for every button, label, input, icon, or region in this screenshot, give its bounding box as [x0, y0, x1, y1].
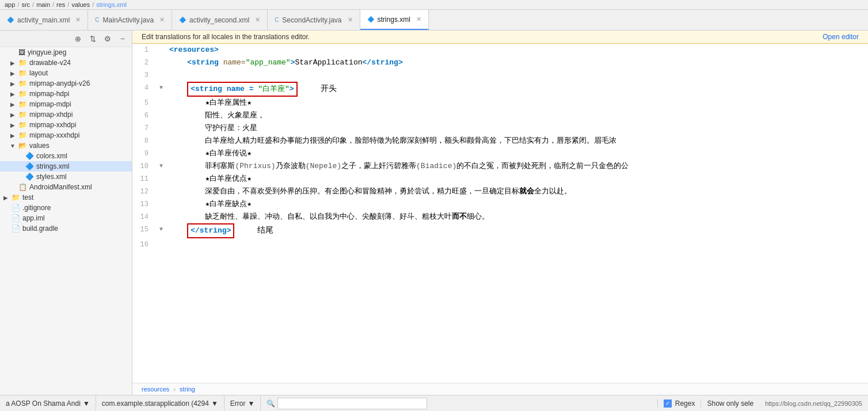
sidebar-item-build-gradle[interactable]: 📄 build.gradle — [0, 223, 132, 234]
status-package-segment[interactable]: com.example.starapplication (4294 ▼ — [96, 395, 224, 411]
sidebar-item-label: build.gradle — [22, 224, 58, 233]
collapse-icon[interactable]: − — [117, 33, 128, 44]
sidebar-item-mipmap-xhdpi[interactable]: ▶ 📁 mipmap-xhdpi — [0, 109, 132, 120]
tab-label: activity_main.xml — [17, 16, 70, 24]
code-editor[interactable]: 1 <resources> 2 <string name="app_name">… — [132, 44, 868, 383]
tab-label: SecondActivity.java — [282, 16, 341, 24]
tab-secondactivity-java[interactable]: C SecondActivity.java ✕ — [268, 10, 360, 30]
sidebar-item-layout[interactable]: ▶ 📁 layout — [0, 68, 132, 78]
sidebar-item-values[interactable]: ▼ 📂 values — [0, 140, 132, 151]
sidebar-item-label: mipmap-hdpi — [29, 90, 69, 98]
arrow-icon: ▶ — [9, 132, 16, 139]
line-number: 3 — [132, 69, 155, 82]
regex-checkbox[interactable]: ✓ — [664, 399, 672, 408]
tab-label: MainActivity.java — [103, 16, 154, 24]
line-number: 12 — [132, 185, 155, 198]
sidebar: ⊕ ⇅ ⚙ − 🖼 yingyue.jpeg ▶ 📁 drawable-v24 … — [0, 31, 132, 395]
path-app[interactable]: app — [5, 1, 15, 8]
arrow-icon: ▼ — [9, 143, 16, 149]
line-content: 缺乏耐性、暴躁、冲动、自私、以自我为中心、尖酸刻薄、好斗、粗枝大叶而不细心。 — [167, 211, 868, 223]
sync-icon[interactable]: ⇅ — [87, 33, 98, 44]
code-line-11: 11 ★白羊座优点★ — [132, 173, 868, 185]
tab-mainactivity-java[interactable]: C MainActivity.java ✕ — [88, 10, 172, 30]
sidebar-item-label: drawable-v24 — [29, 59, 71, 67]
line-content: ★白羊座传说★ — [167, 147, 868, 160]
editor-area: Edit translations for all locales in the… — [132, 31, 868, 395]
tab-close-icon[interactable]: ✕ — [159, 16, 165, 24]
breadcrumb-string[interactable]: string — [180, 386, 195, 393]
breadcrumb-resources[interactable]: resources — [142, 386, 169, 393]
line-gutter: ▼ — [155, 160, 167, 173]
tab-close-icon[interactable]: ✕ — [75, 16, 81, 24]
sidebar-item-label: mipmap-xxxhdpi — [29, 131, 79, 139]
sidebar-item-yingyue[interactable]: 🖼 yingyue.jpeg — [0, 47, 132, 58]
tab-strings-xml[interactable]: 🔷 strings.xml ✕ — [360, 10, 429, 30]
line-number: 6 — [132, 109, 155, 122]
line-content — [167, 69, 868, 82]
search-input[interactable] — [277, 398, 427, 409]
sidebar-item-gitignore[interactable]: 📄 .gitignore — [0, 203, 132, 213]
sidebar-item-strings-xml[interactable]: 🔷 strings.xml — [0, 161, 132, 172]
code-line-3: 3 — [132, 69, 868, 82]
sidebar-item-styles-xml[interactable]: 🔷 styles.xml — [0, 172, 132, 182]
sidebar-item-label: strings.xml — [36, 162, 69, 170]
sidebar-item-mipmap-xxxhdpi[interactable]: ▶ 📁 mipmap-xxxhdpi — [0, 130, 132, 140]
path-values[interactable]: values — [71, 1, 90, 8]
folder-icon: 📁 — [18, 131, 27, 139]
show-only-selected-button[interactable]: Show only sele — [701, 399, 759, 408]
sidebar-item-test[interactable]: ▶ 📁 test — [0, 192, 132, 203]
tab-label: activity_second.xml — [189, 16, 249, 24]
xml-icon: 🔷 — [7, 17, 14, 23]
java-icon: C — [275, 17, 279, 23]
sidebar-item-mipmap-hdpi[interactable]: ▶ 📁 mipmap-hdpi — [0, 89, 132, 99]
sidebar-item-mipmap-xxhdpi[interactable]: ▶ 📁 mipmap-xxhdpi — [0, 120, 132, 130]
sidebar-item-androidmanifest[interactable]: 📋 AndroidManifest.xml — [0, 182, 132, 192]
tab-close-icon[interactable]: ✕ — [255, 16, 260, 24]
tab-activity-main-xml[interactable]: 🔷 activity_main.xml ✕ — [0, 10, 88, 30]
line-number: 1 — [132, 44, 155, 56]
path-strings-xml[interactable]: strings.xml — [96, 1, 127, 8]
arrow-icon: ▶ — [9, 122, 16, 128]
sidebar-item-mipmap-mdpi[interactable]: ▶ 📁 mipmap-mdpi — [0, 99, 132, 109]
line-content: ★白羊座缺点★ — [167, 198, 868, 211]
red-box-tag-close: </string> — [187, 223, 234, 238]
status-device-segment[interactable]: a AOSP On Shama Andi ▼ — [0, 395, 96, 411]
line-content: <resources> — [167, 44, 868, 56]
folder-icon: 📁 — [18, 90, 27, 98]
code-line-2: 2 <string name="app_name">StarApplicatio… — [132, 56, 868, 69]
sidebar-item-drawable-v24[interactable]: ▶ 📁 drawable-v24 — [0, 58, 132, 68]
tab-close-icon[interactable]: ✕ — [416, 16, 421, 23]
sidebar-item-label: yingyue.jpeg — [28, 48, 66, 56]
settings-icon[interactable]: ⚙ — [102, 33, 113, 44]
sidebar-item-label: mipmap-anydpi-v26 — [29, 79, 90, 87]
line-content: <string name = "白羊座">开头 — [167, 82, 868, 97]
sidebar-item-app-iml[interactable]: 📄 app.iml — [0, 213, 132, 223]
folder-icon: 📁 — [18, 111, 27, 119]
code-line-4: 4 ▼ <string name = "白羊座">开头 — [132, 82, 868, 97]
arrow-icon: ▶ — [9, 91, 16, 97]
path-main[interactable]: main — [36, 1, 50, 8]
line-content — [167, 238, 868, 251]
breadcrumb-sep: › — [173, 386, 177, 393]
main-layout: ⊕ ⇅ ⚙ − 🖼 yingyue.jpeg ▶ 📁 drawable-v24 … — [0, 31, 868, 395]
add-icon[interactable]: ⊕ — [72, 33, 83, 44]
code-line-6: 6 阳性、火象星座， — [132, 109, 868, 122]
path-src[interactable]: src — [21, 1, 30, 8]
line-number: 16 — [132, 238, 155, 251]
tab-activity-second-xml[interactable]: 🔷 activity_second.xml ✕ — [172, 10, 268, 30]
open-editor-link[interactable]: Open editor — [823, 33, 859, 41]
sidebar-item-colors-xml[interactable]: 🔷 colors.xml — [0, 151, 132, 161]
path-res[interactable]: res — [56, 1, 65, 8]
code-line-7: 7 守护行星：火星 — [132, 122, 868, 135]
xml-icon: 🔷 — [179, 17, 186, 23]
file-icon: 📄 — [12, 214, 20, 222]
line-number: 4 — [132, 82, 155, 94]
sidebar-item-mipmap-anydpi-v26[interactable]: ▶ 📁 mipmap-anydpi-v26 — [0, 78, 132, 89]
sidebar-item-label: layout — [29, 69, 48, 77]
sidebar-item-label: styles.xml — [36, 173, 67, 181]
status-loglevel-segment[interactable]: Error ▼ — [224, 395, 261, 411]
line-number: 5 — [132, 97, 155, 109]
code-line-16: 16 — [132, 238, 868, 251]
line-content: 阳性、火象星座， — [167, 109, 868, 122]
tab-close-icon[interactable]: ✕ — [348, 16, 353, 24]
